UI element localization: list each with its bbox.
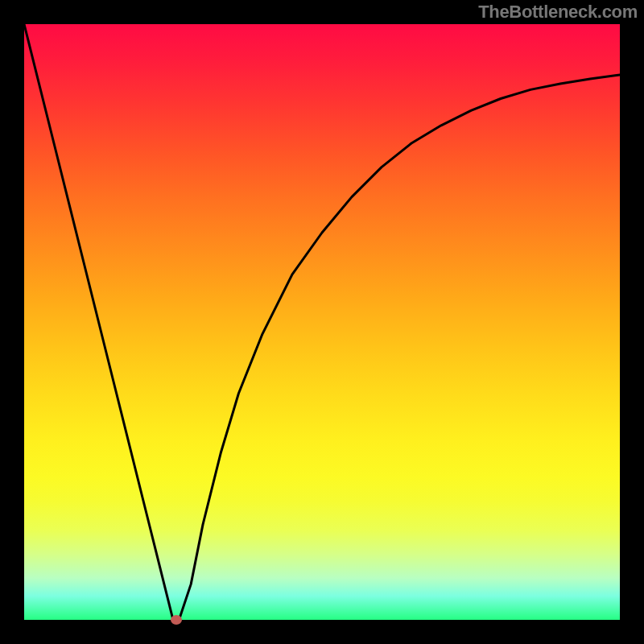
curve-svg [24, 24, 620, 620]
optimal-point-marker [171, 615, 182, 625]
bottleneck-curve-path [24, 24, 620, 620]
chart-frame: TheBottleneck.com [0, 0, 644, 644]
watermark-text: TheBottleneck.com [478, 2, 638, 23]
plot-area [24, 24, 620, 620]
